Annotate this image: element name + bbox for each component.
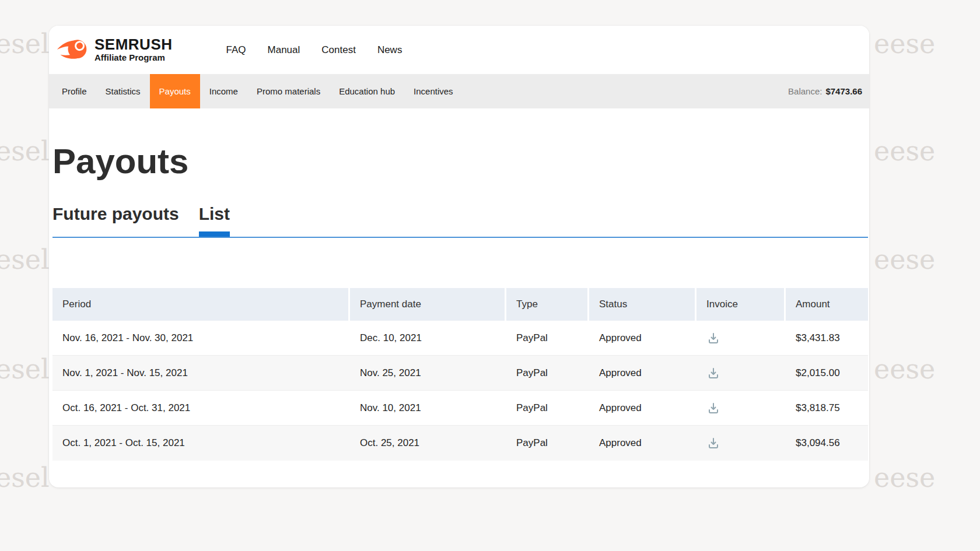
top-nav-faq[interactable]: FAQ xyxy=(226,44,246,56)
cell-type: PayPal xyxy=(506,332,587,344)
cell-status: Approved xyxy=(589,437,695,449)
balance: Balance: $7473.66 xyxy=(788,74,869,108)
download-icon xyxy=(706,401,720,415)
cell-status: Approved xyxy=(589,332,695,344)
cell-period: Nov. 1, 2021 - Nov. 15, 2021 xyxy=(52,367,348,379)
subnav-item-payouts[interactable]: Payouts xyxy=(150,74,200,108)
subnav-item-promo-materials[interactable]: Promo materials xyxy=(247,74,330,108)
table-body: Nov. 16, 2021 - Nov. 30, 2021 Dec. 10, 2… xyxy=(52,321,868,461)
watermark-text: eese xyxy=(874,353,935,385)
cell-amount: $3,431.83 xyxy=(786,332,868,344)
table-row: Nov. 16, 2021 - Nov. 30, 2021 Dec. 10, 2… xyxy=(52,321,868,356)
cell-amount: $3,094.56 xyxy=(786,437,868,449)
cell-amount: $2,015.00 xyxy=(786,367,868,379)
top-nav-news[interactable]: News xyxy=(377,44,402,56)
balance-value: $7473.66 xyxy=(825,86,862,96)
download-icon xyxy=(706,436,720,450)
cell-amount: $3,818.75 xyxy=(786,402,868,414)
watermark-text: esel xyxy=(0,353,50,385)
subnav: Profile Statistics Payouts Income Promo … xyxy=(49,74,869,108)
brand-name: SEMRUSH xyxy=(94,37,173,52)
cell-type: PayPal xyxy=(506,402,587,414)
download-icon xyxy=(706,366,720,380)
column-header-period: Period xyxy=(52,288,348,321)
table-header-row: Period Payment date Type Status Invoice … xyxy=(52,288,868,321)
tab-list[interactable]: List xyxy=(199,204,230,237)
tabs: Future payouts List xyxy=(52,204,868,238)
cell-payment-date: Dec. 10, 2021 xyxy=(350,332,505,344)
watermark-text: esel xyxy=(0,135,50,167)
subnav-item-income[interactable]: Income xyxy=(200,74,247,108)
subnav-item-statistics[interactable]: Statistics xyxy=(96,74,150,108)
cell-period: Oct. 16, 2021 - Oct. 31, 2021 xyxy=(52,402,348,414)
tab-future-payouts[interactable]: Future payouts xyxy=(52,204,179,237)
cell-type: PayPal xyxy=(506,367,587,379)
subnav-item-incentives[interactable]: Incentives xyxy=(404,74,463,108)
cell-payment-date: Oct. 25, 2021 xyxy=(350,437,505,449)
card-header: SEMRUSH Affiliate Program FAQ Manual Con… xyxy=(49,26,869,74)
cell-type: PayPal xyxy=(506,437,587,449)
main-card: SEMRUSH Affiliate Program FAQ Manual Con… xyxy=(49,26,869,487)
watermark-text: esel xyxy=(0,28,50,59)
invoice-download-button[interactable] xyxy=(706,331,720,345)
cell-payment-date: Nov. 25, 2021 xyxy=(350,367,505,379)
watermark-text: eese xyxy=(874,244,935,275)
subnav-item-profile[interactable]: Profile xyxy=(52,74,96,108)
top-nav-manual[interactable]: Manual xyxy=(268,44,300,56)
column-header-type: Type xyxy=(506,288,587,321)
column-header-payment-date: Payment date xyxy=(350,288,505,321)
invoice-download-button[interactable] xyxy=(706,366,720,380)
cell-period: Nov. 16, 2021 - Nov. 30, 2021 xyxy=(52,332,348,344)
table-row: Oct. 16, 2021 - Oct. 31, 2021 Nov. 10, 2… xyxy=(52,391,868,426)
table-row: Oct. 1, 2021 - Oct. 15, 2021 Oct. 25, 20… xyxy=(52,426,868,461)
semrush-logo[interactable]: SEMRUSH Affiliate Program xyxy=(57,37,173,63)
invoice-download-button[interactable] xyxy=(706,436,720,450)
watermark-text: eese xyxy=(874,462,935,493)
subnav-item-education-hub[interactable]: Education hub xyxy=(330,74,404,108)
balance-label: Balance: xyxy=(788,86,822,96)
payouts-table: Period Payment date Type Status Invoice … xyxy=(52,288,868,461)
cell-status: Approved xyxy=(589,402,695,414)
content-area: Payouts Future payouts List Period Payme… xyxy=(49,142,869,461)
cell-status: Approved xyxy=(589,367,695,379)
watermark-text: esel xyxy=(0,244,50,275)
brand-tagline: Affiliate Program xyxy=(94,52,173,63)
watermark-text: esel xyxy=(0,462,50,493)
top-nav: FAQ Manual Contest News xyxy=(226,44,402,56)
invoice-download-button[interactable] xyxy=(706,401,720,415)
watermark-text: eese xyxy=(874,28,935,59)
cell-period: Oct. 1, 2021 - Oct. 15, 2021 xyxy=(52,437,348,449)
column-header-amount: Amount xyxy=(786,288,868,321)
page-title: Payouts xyxy=(52,142,868,181)
watermark-text: eese xyxy=(874,135,935,167)
semrush-fireball-icon xyxy=(57,37,89,62)
logo-text: SEMRUSH Affiliate Program xyxy=(94,37,173,63)
column-header-invoice: Invoice xyxy=(696,288,784,321)
cell-payment-date: Nov. 10, 2021 xyxy=(350,402,505,414)
download-icon xyxy=(706,331,720,345)
column-header-status: Status xyxy=(589,288,695,321)
table-row: Nov. 1, 2021 - Nov. 15, 2021 Nov. 25, 20… xyxy=(52,356,868,391)
top-nav-contest[interactable]: Contest xyxy=(321,44,356,56)
